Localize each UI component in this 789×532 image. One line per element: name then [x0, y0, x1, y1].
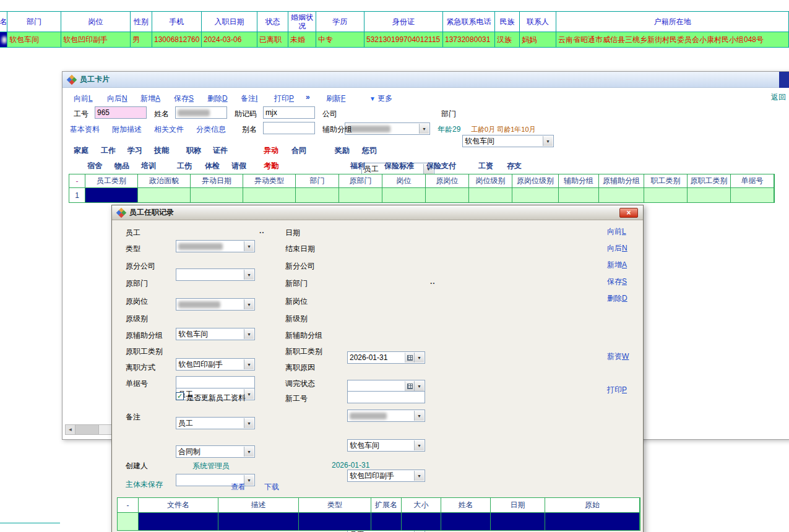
- salary-button[interactable]: 薪资W: [607, 351, 629, 362]
- chevron-down-icon[interactable]: [244, 270, 254, 280]
- update-profile-checkbox[interactable]: [176, 392, 184, 400]
- dialog-add-button[interactable]: 新增A: [607, 260, 627, 270]
- subtab-physical-exam[interactable]: 体检: [205, 161, 220, 171]
- cell-hire-date[interactable]: 2024-03-06: [202, 32, 257, 47]
- files-grid-cell-selected[interactable]: [139, 513, 218, 530]
- grid-cell[interactable]: [688, 188, 731, 202]
- files-grid-cell[interactable]: [299, 513, 371, 530]
- subtab-reward[interactable]: 奖励: [335, 145, 350, 156]
- toolbar-print-button[interactable]: 打印P: [274, 93, 294, 104]
- subtab-training[interactable]: 培训: [141, 161, 156, 171]
- subtab-leave[interactable]: 请假: [231, 161, 246, 171]
- mnemonic-input[interactable]: mjx: [263, 106, 315, 119]
- chevron-down-icon[interactable]: [244, 241, 254, 251]
- files-grid-cell[interactable]: [491, 513, 545, 530]
- cell-emergency-phone[interactable]: 13732080031: [443, 32, 495, 47]
- emp-no-input[interactable]: 965: [95, 106, 147, 119]
- subtab-skill[interactable]: 技能: [154, 145, 169, 156]
- new-dept-combo[interactable]: 软包车间: [347, 439, 425, 452]
- toolbar-next-button[interactable]: 向后N: [107, 93, 127, 104]
- subtab-punishment[interactable]: 惩罚: [362, 145, 377, 156]
- files-grid-cell[interactable]: [441, 513, 491, 530]
- end-date-picker[interactable]: [347, 380, 425, 392]
- grid-cell[interactable]: [296, 188, 339, 202]
- toolbar-delete-button[interactable]: 删除D: [207, 93, 228, 104]
- chevron-down-icon[interactable]: [414, 353, 424, 363]
- subtab-study[interactable]: 学习: [127, 145, 142, 156]
- subtab-goods[interactable]: 物品: [114, 161, 129, 171]
- chevron-down-icon[interactable]: [244, 418, 254, 428]
- tab-related-files[interactable]: 相关文件: [154, 124, 184, 135]
- grid-row-number[interactable]: 1: [69, 188, 85, 202]
- calendar-icon[interactable]: [405, 381, 414, 391]
- grid-cell[interactable]: [512, 188, 559, 202]
- cell-education[interactable]: 中专: [316, 32, 364, 47]
- files-grid-cell[interactable]: [218, 513, 299, 530]
- grid-cell[interactable]: [559, 188, 599, 202]
- grid-cell[interactable]: [382, 188, 426, 202]
- doc-no-input[interactable]: [176, 376, 255, 388]
- subtab-wage[interactable]: 工资: [478, 161, 493, 171]
- dialog-delete-button[interactable]: 删除D: [607, 293, 627, 304]
- orig-worker-type-combo[interactable]: 合同制: [176, 445, 255, 458]
- chevron-down-icon[interactable]: [414, 411, 424, 421]
- new-empno-input[interactable]: [347, 391, 425, 403]
- dept-combo[interactable]: 软包车间: [462, 135, 554, 147]
- grid-cell[interactable]: [243, 188, 296, 202]
- subtab-savings[interactable]: 存支: [507, 161, 522, 171]
- dialog-prev-button[interactable]: 向前L: [607, 226, 626, 237]
- cell-position[interactable]: 软包凹印副手: [61, 32, 131, 47]
- dialog-print-button[interactable]: 打印P: [607, 385, 627, 395]
- subtab-insurance-standard[interactable]: 保险标准: [384, 161, 414, 171]
- window-titlebar[interactable]: 员工卡片: [63, 72, 789, 88]
- orig-aux-group-combo[interactable]: 员工: [176, 417, 255, 429]
- files-grid-row-number[interactable]: [118, 513, 139, 530]
- chevron-down-icon[interactable]: [414, 440, 424, 450]
- new-position-combo[interactable]: 软包凹印副手: [347, 470, 425, 482]
- more-button[interactable]: ▼ 更多: [369, 93, 392, 104]
- toolbar-note-button[interactable]: 备注I: [241, 93, 257, 104]
- subtab-professional-title[interactable]: 职称: [186, 145, 201, 156]
- chevron-down-icon[interactable]: [419, 124, 429, 134]
- files-grid-cell[interactable]: [545, 513, 640, 530]
- cell-status[interactable]: 已离职: [257, 32, 288, 47]
- grid-cell[interactable]: [339, 188, 382, 202]
- orig-dept-combo[interactable]: 软包车间: [176, 328, 255, 340]
- cell-contact[interactable]: 妈妈: [520, 32, 556, 47]
- subtab-family[interactable]: 家庭: [74, 145, 88, 156]
- files-grid-row[interactable]: [118, 513, 640, 530]
- cell-ethnicity[interactable]: 汉族: [495, 32, 520, 47]
- chevron-down-icon[interactable]: [244, 299, 254, 309]
- cell-mobile[interactable]: 13006812760: [152, 32, 202, 47]
- cell-name-clipped[interactable]: [0, 32, 7, 47]
- return-link[interactable]: 返回: [771, 92, 786, 103]
- subtab-attendance-active[interactable]: 考勤: [264, 161, 278, 171]
- grid-cell[interactable]: [469, 188, 512, 202]
- chevron-down-icon[interactable]: [244, 359, 254, 369]
- employee-browse-button[interactable]: ..: [259, 226, 265, 235]
- download-button[interactable]: 下载: [264, 482, 279, 492]
- chevron-down-icon[interactable]: [244, 447, 254, 457]
- scrollbar-thumb[interactable]: [75, 425, 99, 434]
- grid-cell[interactable]: [731, 188, 774, 202]
- chevron-down-icon[interactable]: [414, 471, 424, 481]
- employee-combo[interactable]: [176, 240, 255, 252]
- subtab-certificate[interactable]: 证件: [213, 145, 228, 156]
- subtab-contract[interactable]: 合同: [291, 145, 306, 156]
- new-company-combo[interactable]: [347, 410, 425, 422]
- toolbar-add-button[interactable]: 新增A: [140, 93, 160, 104]
- cell-id-card[interactable]: 532130199704012115: [364, 32, 443, 47]
- orig-position-combo[interactable]: 软包凹印副手: [176, 358, 255, 371]
- grid-cell[interactable]: [426, 188, 469, 202]
- date-picker[interactable]: 2026-01-31: [347, 351, 425, 364]
- scroll-left-icon[interactable]: ◄: [66, 425, 75, 434]
- type-combo[interactable]: [176, 268, 255, 281]
- files-grid-cell[interactable]: [402, 513, 441, 530]
- chevron-down-icon[interactable]: [244, 329, 254, 339]
- toolbar-refresh-button[interactable]: 刷新F: [326, 93, 345, 104]
- company-combo[interactable]: [345, 122, 430, 135]
- grid-cell[interactable]: [191, 188, 243, 202]
- subtab-insurance-payment[interactable]: 保险支付: [426, 161, 456, 171]
- close-button[interactable]: ×: [619, 208, 638, 218]
- subtab-work-injury[interactable]: 工伤: [177, 161, 192, 171]
